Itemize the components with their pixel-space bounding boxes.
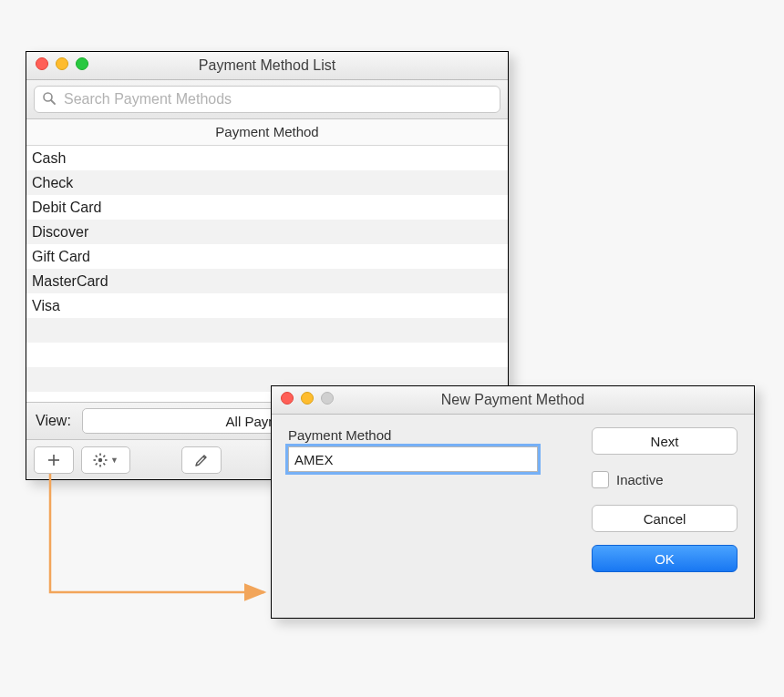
search-field[interactable] [34,86,500,113]
list-item[interactable]: MasterCard [26,269,508,293]
search-input[interactable] [62,90,492,108]
list-item[interactable]: Check [26,170,508,195]
add-button[interactable] [34,446,74,474]
pencil-icon [194,453,209,467]
close-icon[interactable] [36,57,48,70]
window-controls [281,392,334,405]
list-item[interactable]: Cash [26,146,508,170]
button-column: Next Inactive Cancel OK [592,427,738,572]
minimize-icon[interactable] [56,57,68,70]
view-label: View: [36,413,71,429]
window-title: New Payment Method [272,392,754,408]
list-item-empty [26,343,508,367]
svg-line-10 [103,463,105,465]
payment-method-list: Cash Check Debit Card Discover Gift Card… [26,146,508,392]
svg-line-12 [103,455,105,456]
window-title: Payment Method List [26,57,508,74]
column-header[interactable]: Payment Method [26,119,508,146]
plus-icon [47,454,60,466]
search-toolbar [26,80,508,119]
payment-method-label: Payment Method [288,427,592,443]
zoom-icon [321,392,334,405]
list-item[interactable]: Debit Card [26,195,508,220]
close-icon[interactable] [281,392,294,405]
new-payment-method-window: New Payment Method Payment Method Next I… [271,385,755,619]
list-item-empty [26,318,508,343]
gear-icon [93,453,108,467]
form-area: Payment Method Next Inactive Cancel OK [272,415,754,572]
actions-menu-button[interactable]: ▼ [81,446,130,474]
search-icon [42,91,57,106]
svg-line-11 [96,463,98,465]
titlebar: Payment Method List [26,52,508,80]
window-controls [36,57,88,70]
svg-point-4 [98,457,102,461]
ok-button[interactable]: OK [592,545,738,572]
list-item[interactable]: Visa [26,293,508,318]
titlebar: New Payment Method [272,386,754,415]
list-item[interactable]: Discover [26,220,508,244]
inactive-checkbox-row[interactable]: Inactive [592,471,738,488]
inactive-label: Inactive [616,472,664,487]
chevron-down-icon: ▼ [110,456,119,465]
callout-arrow [36,465,283,629]
minimize-icon[interactable] [301,392,314,405]
zoom-icon[interactable] [76,57,88,70]
next-button[interactable]: Next [592,427,738,455]
edit-button[interactable] [181,446,222,474]
svg-line-9 [96,455,98,456]
list-item[interactable]: Gift Card [26,244,508,269]
payment-method-input[interactable] [288,446,538,472]
cancel-button[interactable]: Cancel [592,505,738,532]
form-left: Payment Method [288,427,592,572]
svg-line-1 [51,100,55,104]
inactive-checkbox[interactable] [592,471,609,488]
